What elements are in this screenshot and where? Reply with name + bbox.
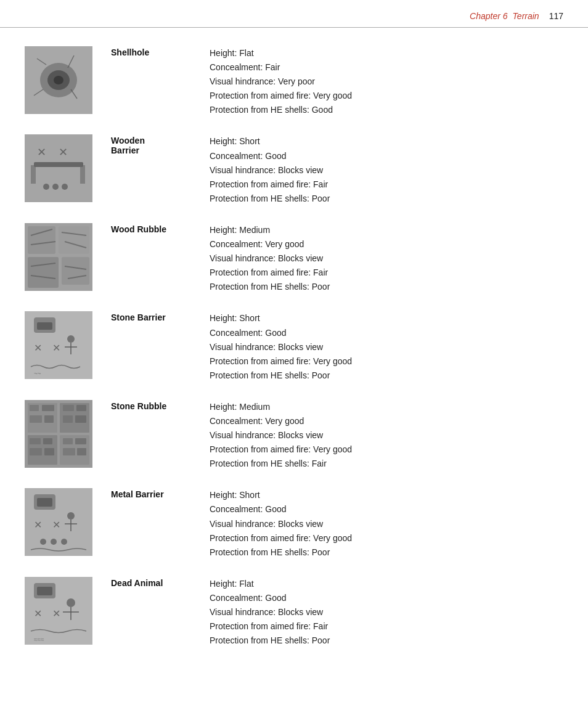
header-chapter: Chapter 6 [470, 11, 507, 21]
terrain-prop-line: Protection from aimed fire: Very good [210, 354, 563, 369]
terrain-prop-line: Protection from aimed fire: Very good [210, 443, 563, 457]
svg-rect-18 [80, 165, 85, 184]
terrain-prop-line: Protection from aimed fire: Fair [210, 619, 563, 634]
svg-rect-20 [28, 226, 55, 254]
svg-rect-56 [30, 448, 42, 455]
terrain-prop-line: Protection from HE shells: Fair [210, 457, 563, 471]
svg-rect-64 [37, 498, 52, 507]
page: Chapter 6 Terrain 117 ShellholeHeight: F… [0, 0, 588, 718]
terrain-name-wooden-barrier: Wooden Barrier [111, 134, 197, 155]
content-area: ShellholeHeight: FlatConcealment: FairVi… [0, 34, 588, 690]
terrain-image-dead-animal: ✕ ✕ ≈≈≈ [25, 577, 92, 645]
svg-text:✕: ✕ [37, 146, 46, 158]
terrain-image-wooden-barrier: ✕ ✕ [25, 134, 92, 202]
svg-point-78 [67, 598, 75, 607]
terrain-prop-line: Visual hindrance: Very poor [210, 75, 563, 89]
terrain-row-wooden-barrier: ✕ ✕ Wooden BarrierHeight: ShortConcealme… [25, 134, 563, 205]
svg-point-72 [61, 539, 67, 545]
terrain-row-shellhole: ShellholeHeight: FlatConcealment: FairVi… [25, 46, 563, 117]
svg-rect-59 [75, 438, 86, 444]
terrain-props-dead-animal: Height: FlatConcealment: GoodVisual hind… [210, 577, 563, 648]
svg-rect-60 [63, 448, 75, 455]
terrain-name-wood-rubble: Wood Rubble [111, 223, 197, 234]
terrain-prop-line: Visual hindrance: Blocks view [210, 251, 563, 266]
header-title: Terrain [513, 11, 539, 21]
svg-rect-75 [37, 587, 52, 595]
terrain-name-stone-barrier: Stone Barrier [111, 311, 197, 322]
svg-point-67 [67, 512, 75, 520]
terrain-image-shellhole [25, 46, 92, 114]
terrain-prop-line: Protection from HE shells: Poor [210, 280, 563, 294]
terrain-name-dead-animal: Dead Animal [111, 577, 197, 588]
terrain-image-wood-rubble [25, 223, 92, 291]
terrain-prop-line: Height: Medium [210, 223, 563, 237]
svg-rect-34 [37, 322, 52, 330]
terrain-prop-line: Height: Short [210, 311, 563, 325]
terrain-prop-line: Height: Flat [210, 577, 563, 591]
terrain-row-dead-animal: ✕ ✕ ≈≈≈ Dead AnimalHeight: FlatConcealme… [25, 577, 563, 648]
svg-text:~~: ~~ [34, 370, 41, 377]
terrain-image-stone-rubble [25, 400, 92, 468]
terrain-prop-line: Protection from aimed fire: Fair [210, 177, 563, 192]
svg-rect-53 [75, 415, 86, 423]
svg-rect-49 [44, 415, 54, 423]
terrain-prop-line: Protection from aimed fire: Very good [210, 531, 563, 545]
terrain-prop-line: Visual hindrance: Blocks view [210, 428, 563, 443]
svg-rect-55 [43, 438, 52, 444]
svg-rect-23 [62, 257, 89, 285]
svg-text:✕: ✕ [34, 520, 42, 530]
terrain-prop-line: Visual hindrance: Blocks view [210, 163, 563, 177]
svg-text:✕: ✕ [34, 608, 42, 619]
terrain-prop-line: Concealment: Good [210, 149, 563, 163]
terrain-prop-line: Concealment: Good [210, 502, 563, 516]
terrain-prop-line: Protection from HE shells: Poor [210, 192, 563, 206]
terrain-prop-line: Concealment: Very good [210, 237, 563, 251]
terrain-props-metal-barrier: Height: ShortConcealment: GoodVisual hin… [210, 488, 563, 559]
svg-rect-51 [76, 405, 86, 411]
terrain-props-stone-barrier: Height: ShortConcealment: GoodVisual hin… [210, 311, 563, 382]
terrain-props-wood-rubble: Height: MediumConcealment: Very goodVisu… [210, 223, 563, 294]
terrain-prop-line: Protection from HE shells: Poor [210, 369, 563, 383]
terrain-prop-line: Protection from HE shells: Poor [210, 545, 563, 560]
terrain-prop-line: Visual hindrance: Blocks view [210, 340, 563, 354]
svg-rect-46 [30, 405, 39, 411]
terrain-row-metal-barrier: ✕ ✕ Metal BarrierHeight: ShortConcealmen… [25, 488, 563, 559]
terrain-image-metal-barrier: ✕ ✕ [25, 488, 92, 556]
svg-rect-22 [28, 257, 59, 288]
terrain-row-stone-barrier: ✕ ✕ ~~ Stone BarrierHeight: ShortConceal… [25, 311, 563, 382]
terrain-prop-line: Protection from HE shells: Good [210, 103, 563, 117]
terrain-prop-line: Height: Medium [210, 400, 563, 414]
terrain-name-metal-barrier: Metal Barrier [111, 488, 197, 499]
terrain-prop-line: Protection from aimed fire: Fair [210, 266, 563, 280]
svg-point-4 [54, 76, 63, 84]
svg-text:✕: ✕ [52, 608, 60, 619]
svg-rect-57 [44, 448, 54, 455]
terrain-prop-line: Protection from HE shells: Poor [210, 634, 563, 648]
terrain-prop-line: Concealment: Fair [210, 60, 563, 75]
svg-text:✕: ✕ [34, 343, 42, 353]
terrain-name-stone-rubble: Stone Rubble [111, 400, 197, 411]
svg-rect-48 [30, 415, 42, 423]
svg-rect-21 [59, 226, 89, 254]
terrain-prop-line: Height: Flat [210, 46, 563, 60]
svg-point-16 [62, 184, 68, 190]
terrain-prop-line: Concealment: Good [210, 591, 563, 605]
terrain-prop-line: Protection from aimed fire: Very good [210, 89, 563, 103]
svg-text:✕: ✕ [52, 343, 60, 353]
svg-rect-50 [63, 405, 74, 411]
svg-rect-61 [77, 448, 86, 455]
svg-rect-13 [34, 162, 83, 167]
svg-point-37 [67, 335, 75, 343]
svg-rect-52 [63, 415, 73, 423]
terrain-props-stone-rubble: Height: MediumConcealment: Very goodVisu… [210, 400, 563, 471]
svg-rect-17 [31, 165, 36, 184]
svg-text:≈≈≈: ≈≈≈ [34, 636, 44, 643]
svg-rect-47 [42, 405, 54, 411]
terrain-prop-line: Concealment: Good [210, 326, 563, 340]
terrain-image-stone-barrier: ✕ ✕ ~~ [25, 311, 92, 379]
terrain-prop-line: Visual hindrance: Blocks view [210, 605, 563, 619]
svg-text:✕: ✕ [52, 520, 60, 530]
terrain-row-wood-rubble: Wood RubbleHeight: MediumConcealment: Ve… [25, 223, 563, 294]
svg-point-15 [52, 184, 59, 190]
terrain-row-stone-rubble: Stone RubbleHeight: MediumConcealment: V… [25, 400, 563, 471]
